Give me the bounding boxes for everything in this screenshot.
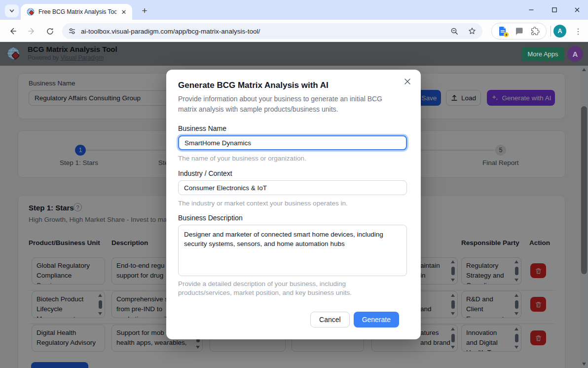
modal-description-label: Business Description [178,214,409,222]
modal-description-textarea[interactable]: Designer and marketer of connected smart… [178,225,407,276]
close-icon [574,7,580,13]
modal-description: Provide information about your business … [178,94,401,115]
back-button[interactable] [6,25,19,38]
modal-footer: Cancel Generate [178,312,409,327]
extensions-pill [491,23,547,40]
app-header: BCG Matrix Analysis Tool Powered by Visu… [0,42,588,66]
modal-business-name-input[interactable] [178,135,407,150]
modal-industry-helper: The industry or market context your busi… [178,199,409,208]
url-bar[interactable]: ai-toolbox.visual-paradigm.com/app/bcg-m… [62,23,482,39]
browser-window: Free BCG Matrix Analysis Tool | ✕ + ai-t… [0,0,588,368]
reload-button[interactable] [43,25,56,38]
window-maximize-button[interactable] [549,5,560,15]
modal-industry-input[interactable] [178,180,407,195]
modal-close-button[interactable] [402,77,413,87]
forward-button[interactable] [26,25,38,38]
url-text: ai-toolbox.visual-paradigm.com/app/bcg-m… [81,28,450,35]
modal-industry-label: Industry / Context [178,169,409,177]
chevron-down-icon [9,8,15,14]
site-favicon [27,8,35,16]
generate-button[interactable]: Generate [354,312,399,327]
forward-icon [28,27,37,36]
bookmark-star-icon[interactable] [468,27,477,36]
download-extension-icon[interactable] [498,26,507,36]
tab-title: Free BCG Matrix Analysis Tool | [38,8,116,15]
new-tab-button[interactable]: + [138,4,151,17]
back-icon [8,27,17,36]
browser-profile-avatar[interactable]: A [553,25,566,38]
tab-strip: Free BCG Matrix Analysis Tool | ✕ + [0,0,588,20]
modal-title: Generate BCG Matrix Analysis with AI [178,81,409,90]
visual-paradigm-link[interactable]: Visual Paradigm [61,54,104,61]
reload-icon [46,27,54,36]
modal-description-helper: Provide a detailed description of your b… [178,280,401,297]
app-title: BCG Matrix Analysis Tool [28,45,117,53]
toolbar-separator [551,26,551,37]
tab-search-button[interactable] [5,4,19,17]
cancel-button[interactable]: Cancel [310,312,350,327]
extensions-puzzle-icon[interactable] [531,27,540,36]
tab-close-icon[interactable]: ✕ [119,7,128,16]
zoom-out-icon[interactable] [450,27,459,36]
browser-menu-button[interactable]: ⋮ [572,25,584,38]
more-apps-button[interactable]: More Apps [521,47,564,61]
minimize-icon [528,7,534,13]
app-logo [6,46,22,62]
window-close-button[interactable] [572,5,583,15]
app-subtitle: Powered by Visual Paradigm [28,54,104,61]
window-minimize-button[interactable] [526,5,537,15]
app-user-avatar[interactable]: A [567,46,583,62]
site-settings-icon [68,27,76,35]
modal-business-name-label: Business Name [178,124,409,132]
maximize-icon [551,7,557,13]
powered-by-text: Powered by [28,54,59,61]
generate-ai-modal: Generate BCG Matrix Analysis with AI Pro… [166,70,421,339]
modal-business-name-helper: The name of your business or organizatio… [178,154,409,163]
browser-tab[interactable]: Free BCG Matrix Analysis Tool | ✕ [21,4,132,20]
comment-extension-icon[interactable] [514,27,523,36]
close-icon [404,78,411,85]
